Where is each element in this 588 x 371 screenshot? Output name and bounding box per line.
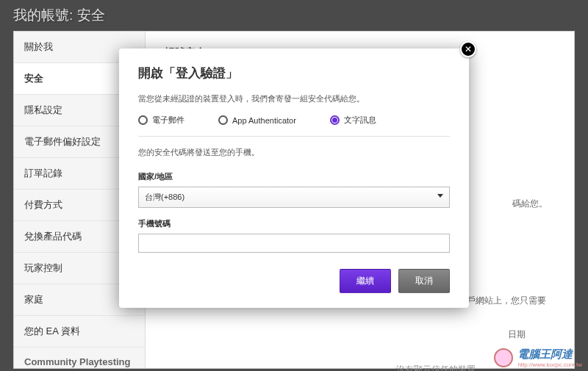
sms-note: 您的安全代碼將發送至您的手機。 xyxy=(138,147,450,158)
login-verification-modal: ✕ 開啟「登入驗證」 當您從未經認證的裝置登入時，我們會寄發一組安全代碼給您。 … xyxy=(119,48,469,308)
watermark-icon xyxy=(494,348,513,367)
radio-option-sms[interactable]: 文字訊息 xyxy=(330,115,376,126)
continue-button[interactable]: 繼續 xyxy=(340,269,391,293)
radio-label: 文字訊息 xyxy=(344,115,376,126)
phone-input[interactable] xyxy=(138,234,450,253)
watermark-text: 電腦王阿達 xyxy=(517,347,582,361)
country-select-value: 台灣(+886) xyxy=(145,192,184,201)
radio-option-app[interactable]: App Authenticator xyxy=(218,115,296,126)
chevron-down-icon xyxy=(437,194,443,198)
radio-icon xyxy=(138,115,148,125)
country-select[interactable]: 台灣(+886) xyxy=(138,187,450,208)
close-icon: ✕ xyxy=(465,44,472,54)
radio-icon xyxy=(218,115,228,125)
watermark-url: http://www.kocpc.com.tw xyxy=(517,361,582,368)
modal-overlay: ✕ 開啟「登入驗證」 當您從未經認證的裝置登入時，我們會寄發一組安全代碼給您。 … xyxy=(0,0,588,371)
watermark: 電腦王阿達 http://www.kocpc.com.tw xyxy=(494,347,582,368)
divider xyxy=(138,136,450,137)
modal-description: 當您從未經認證的裝置登入時，我們會寄發一組安全代碼給您。 xyxy=(138,93,450,104)
radio-icon xyxy=(330,115,340,125)
radio-label: App Authenticator xyxy=(232,116,296,125)
close-button[interactable]: ✕ xyxy=(460,41,476,57)
modal-title: 開啟「登入驗證」 xyxy=(138,65,450,82)
cancel-button[interactable]: 取消 xyxy=(398,269,450,293)
modal-button-row: 繼續 取消 xyxy=(138,269,450,293)
radio-option-email[interactable]: 電子郵件 xyxy=(138,115,184,126)
phone-label: 手機號碼 xyxy=(138,218,450,229)
country-label: 國家/地區 xyxy=(138,171,450,182)
radio-label: 電子郵件 xyxy=(152,115,184,126)
verification-method-group: 電子郵件 App Authenticator 文字訊息 xyxy=(138,115,450,126)
